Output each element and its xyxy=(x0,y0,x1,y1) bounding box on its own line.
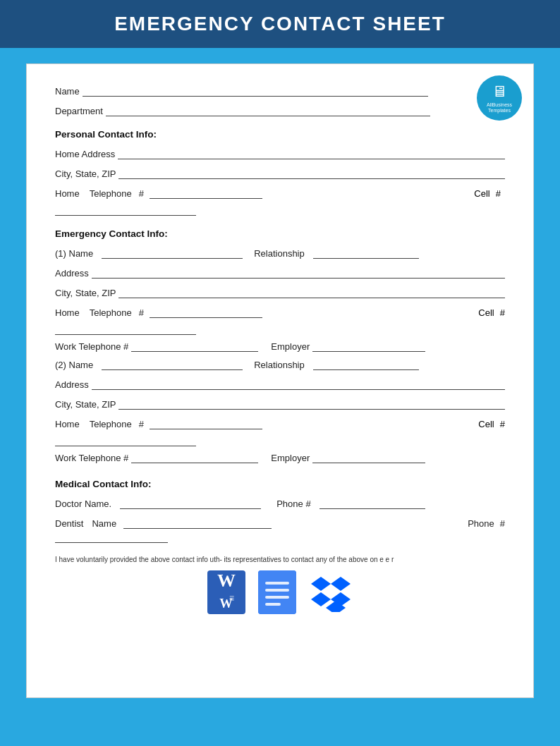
contact2-relationship-label: Relationship xyxy=(254,360,305,370)
logo-text: AllBusiness Templates xyxy=(477,102,522,114)
contact1-address-row: Address xyxy=(55,266,505,279)
word-icon[interactable]: W xyxy=(207,570,245,614)
dentist-name-label: Name xyxy=(92,518,116,529)
svg-rect-2 xyxy=(230,596,234,597)
contact2-city-label: City, State, ZIP xyxy=(55,399,116,410)
contact1-cell-field[interactable] xyxy=(55,322,196,335)
contact1-name-label: (1) Name xyxy=(55,248,93,259)
logo-badge: 🖥 AllBusiness Templates xyxy=(477,75,522,121)
contact2-phone-row: Home Telephone # Cell # xyxy=(55,417,505,429)
doctor-row: Doctor Name. Phone # xyxy=(55,496,505,509)
contact1-relationship-field[interactable] xyxy=(313,246,419,259)
contact2-address-label: Address xyxy=(55,379,89,390)
contact1-work-row: Work Telephone # Employer xyxy=(55,339,505,352)
contact2-hash-label: # xyxy=(139,419,144,429)
personal-phone-row: Home Telephone # Cell # xyxy=(55,186,505,199)
contact1-work-field[interactable] xyxy=(131,339,258,352)
contact2-cell-field[interactable] xyxy=(55,434,196,446)
contact2-employer-field[interactable] xyxy=(312,451,425,463)
contact2-city-row: City, State, ZIP xyxy=(55,397,505,410)
svg-rect-5 xyxy=(258,570,296,614)
name-field[interactable] xyxy=(83,84,428,97)
contact1-city-field[interactable] xyxy=(118,286,505,298)
contact2-cell-hash-label: # xyxy=(500,419,505,429)
dentist-phone-field[interactable] xyxy=(55,530,168,543)
svg-rect-7 xyxy=(265,589,289,592)
contact2-name-field[interactable] xyxy=(102,357,243,370)
city-state-zip-label: City, State, ZIP xyxy=(55,169,116,179)
dentist-phone-label: Phone xyxy=(468,518,494,529)
emergency-contact-title: Emergency Contact Info: xyxy=(55,228,505,239)
dentist-name-field[interactable] xyxy=(123,516,272,529)
contact2-address-row: Address xyxy=(55,377,505,390)
contact2-work-row: Work Telephone # Employer xyxy=(55,451,505,463)
name-row: Name xyxy=(55,84,505,97)
contact2-home-label: Home xyxy=(55,419,80,429)
contact1-city-row: City, State, ZIP xyxy=(55,286,505,298)
contact2-phone-field[interactable] xyxy=(150,417,262,429)
doctor-phone-label: Phone # xyxy=(276,499,310,509)
medical-contact-title: Medical Contact Info: xyxy=(55,479,505,489)
city-state-zip-field[interactable] xyxy=(118,166,505,179)
contact1-telephone-label: Telephone xyxy=(90,307,132,318)
department-row: Department xyxy=(55,104,505,116)
personal-cell-hash-label: # xyxy=(496,188,501,199)
personal-phone-field[interactable] xyxy=(150,186,262,199)
svg-rect-8 xyxy=(265,596,289,599)
docs-icon[interactable] xyxy=(258,570,296,614)
personal-cell-label: Cell xyxy=(474,188,489,199)
contact1-address-label: Address xyxy=(55,268,89,279)
contact1-cell-hash-label: # xyxy=(500,307,505,318)
department-label: Department xyxy=(55,106,103,116)
contact2-name-row: (2) Name Relationship xyxy=(55,357,505,370)
contact1-home-label: Home xyxy=(55,307,80,318)
personal-cell-field[interactable] xyxy=(55,203,196,216)
contact1-hash-label: # xyxy=(139,307,144,318)
page-title: EMERGENCY CONTACT SHEET xyxy=(0,13,560,35)
contact1-relationship-label: Relationship xyxy=(254,248,305,259)
contact1-cell-label: Cell xyxy=(478,307,494,318)
contact1-work-label: Work Telephone # xyxy=(55,341,128,352)
contact1-phone-row: Home Telephone # Cell # xyxy=(55,305,505,318)
document-body: 🖥 AllBusiness Templates Name Department … xyxy=(26,63,534,698)
svg-rect-6 xyxy=(265,582,289,585)
svg-marker-10 xyxy=(311,577,331,591)
home-address-label: Home Address xyxy=(55,149,115,159)
contact1-address-field[interactable] xyxy=(92,266,505,279)
contact1-employer-label: Employer xyxy=(271,341,310,352)
personal-contact-title: Personal Contact Info: xyxy=(55,129,505,140)
personal-telephone-label: Telephone xyxy=(90,188,132,199)
contact1-name-row: (1) Name Relationship xyxy=(55,246,505,259)
contact1-phone-field[interactable] xyxy=(150,305,262,318)
doctor-field[interactable] xyxy=(120,496,261,509)
svg-marker-12 xyxy=(311,592,331,606)
svg-rect-4 xyxy=(230,599,234,600)
personal-hash-label: # xyxy=(139,188,144,199)
department-field[interactable] xyxy=(106,104,430,116)
contact2-name-label: (2) Name xyxy=(55,360,93,370)
dentist-row: Dentist Name Phone # xyxy=(55,516,505,529)
dentist-hash-label: # xyxy=(500,518,505,529)
contact1-city-label: City, State, ZIP xyxy=(55,288,116,298)
dentist-label: Dentist xyxy=(55,518,83,529)
contact2-work-label: Work Telephone # xyxy=(55,453,128,463)
logo-icon: 🖥 xyxy=(492,82,507,101)
contact2-employer-label: Employer xyxy=(271,453,310,463)
home-address-field[interactable] xyxy=(118,147,505,159)
contact2-cell-label: Cell xyxy=(478,419,494,429)
footer-icons: W xyxy=(55,570,505,614)
svg-rect-9 xyxy=(265,603,281,606)
contact1-employer-field[interactable] xyxy=(312,339,425,352)
contact2-telephone-label: Telephone xyxy=(90,419,132,429)
contact2-address-field[interactable] xyxy=(92,377,505,390)
svg-marker-11 xyxy=(331,577,351,591)
contact2-work-field[interactable] xyxy=(131,451,258,463)
contact2-relationship-field[interactable] xyxy=(313,357,419,370)
contact1-name-field[interactable] xyxy=(102,246,243,259)
doctor-phone-field[interactable] xyxy=(319,496,425,509)
personal-home-label: Home xyxy=(55,188,80,199)
contact2-city-field[interactable] xyxy=(118,397,505,410)
doctor-label: Doctor Name. xyxy=(55,499,111,509)
name-label: Name xyxy=(55,86,80,97)
dropbox-icon[interactable] xyxy=(309,570,353,614)
